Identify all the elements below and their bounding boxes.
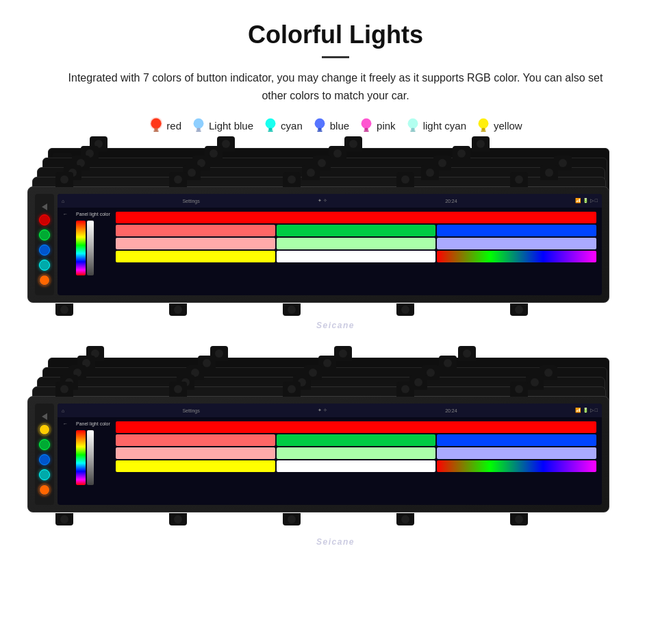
watermark-bottom: Seicane <box>316 537 355 547</box>
color-row-4 <box>116 251 596 262</box>
b-color-cell-blue <box>437 434 596 446</box>
screen-topbar-bottom: ⌂ Settings ✦ ✧ 20:24 📶 🔋 ▷ □ <box>58 404 602 417</box>
legend-label-pink: pink <box>377 120 396 132</box>
bracket-l2-5 <box>540 165 558 180</box>
svg-rect-17 <box>410 131 415 132</box>
svg-point-15 <box>407 119 418 129</box>
svg-rect-10 <box>318 128 322 131</box>
lightblue-bulb-icon <box>191 116 206 134</box>
title-divider <box>322 56 349 58</box>
color-cell-lpink <box>116 238 275 249</box>
header-section: Colorful Lights Integrated with 7 colors… <box>27 21 644 104</box>
legend-label-lightcyan: light cyan <box>423 120 466 132</box>
white-spectrum-bottom <box>87 430 94 485</box>
bracket-b-front-1 <box>55 382 73 397</box>
b-color-cell-pink <box>116 434 275 446</box>
screen-b-home-icon: ⌂ <box>62 408 64 413</box>
svg-rect-14 <box>364 131 368 132</box>
ctrl-btn-b-yellow <box>39 424 50 435</box>
svg-point-0 <box>151 119 162 129</box>
devices-area: Seicane <box>27 148 644 556</box>
svg-rect-7 <box>268 128 273 131</box>
screen-status-icons: 📶 🔋 ▷ □ <box>575 198 598 203</box>
legend-label-red: red <box>166 120 181 132</box>
legend-item-yellow: yellow <box>476 116 522 134</box>
bottom-device-group: Seicane <box>27 358 644 556</box>
screen-b-time: 20:24 <box>445 408 457 413</box>
white-spectrum <box>87 221 94 275</box>
color-legend-row: red Light blue cyan <box>27 116 644 134</box>
yellow-bulb-icon <box>476 116 491 134</box>
svg-point-18 <box>479 119 489 129</box>
bracket-front-4 <box>396 172 414 187</box>
color-row-3 <box>116 238 596 249</box>
bracket-bottom-front-3 <box>283 304 301 316</box>
back-arrow-bottom: ← <box>63 421 68 426</box>
bracket-b-l2-5 <box>526 375 544 390</box>
ctrl-arrow-bottom-left <box>42 413 47 420</box>
control-column-bottom-left <box>35 404 54 505</box>
b-color-row-4 <box>116 460 596 472</box>
bracket-b-front-3 <box>283 382 301 397</box>
description-text: Integrated with 7 colors of button indic… <box>55 69 616 104</box>
svg-point-9 <box>314 119 325 129</box>
bracket-bottom-front-2 <box>169 304 187 316</box>
bracket-b-bottom-front-4 <box>396 513 414 525</box>
page-title: Colorful Lights <box>27 21 644 49</box>
svg-rect-2 <box>154 131 159 132</box>
bracket-front-1 <box>55 172 73 187</box>
brackets-top-front <box>55 172 528 187</box>
legend-item-cyan: cyan <box>263 116 303 134</box>
screen-b-right-panel <box>116 421 596 472</box>
ctrl-btn-green <box>39 230 50 240</box>
panel-title-bottom: Panel light color <box>76 421 110 426</box>
ctrl-btn-blue <box>39 245 50 256</box>
bracket-l5-4 <box>472 136 490 151</box>
back-arrow-top: ← <box>63 212 68 216</box>
pink-bulb-icon <box>359 116 374 134</box>
screen-time: 20:24 <box>445 199 457 203</box>
bracket-front-3 <box>283 172 301 187</box>
svg-rect-19 <box>481 128 485 131</box>
ctrl-btn-red <box>39 214 50 225</box>
rainbow-spectrum <box>76 221 86 275</box>
bracket-b-bottom-front-3 <box>283 513 301 525</box>
screen-right-panel <box>116 212 596 262</box>
legend-label-lightblue: Light blue <box>209 120 253 132</box>
svg-rect-13 <box>364 128 368 131</box>
color-row-2 <box>116 225 596 236</box>
ctrl-arrow-left <box>42 203 47 210</box>
legend-item-pink: pink <box>359 116 396 134</box>
color-cell-lgreen <box>277 238 436 249</box>
screen-b-status-icons: 📶 🔋 ▷ □ <box>575 408 598 413</box>
b-color-cell-yellow <box>116 460 275 472</box>
page-container: Colorful Lights Integrated with 7 colors… <box>0 0 671 570</box>
b-color-cell-lblue <box>437 447 596 459</box>
ctrl-btn-b-cyan <box>39 469 50 480</box>
svg-point-6 <box>266 119 276 129</box>
svg-rect-4 <box>197 128 201 131</box>
legend-label-yellow: yellow <box>494 120 522 132</box>
screen-b-title: Settings <box>182 408 199 413</box>
color-row-1 <box>116 212 596 223</box>
svg-rect-20 <box>481 131 485 132</box>
bracket-b-front-4 <box>396 382 414 397</box>
b-color-cell-lgreen <box>277 447 436 459</box>
bracket-front-5 <box>510 172 528 187</box>
panel-title-top: Panel light color <box>76 212 110 216</box>
rainbow-spectrum-bottom <box>76 430 86 485</box>
screen-b-settings-icons: ✦ ✧ <box>318 408 327 413</box>
color-cell-white <box>277 251 436 262</box>
cyan-bulb-icon <box>263 116 278 134</box>
b-color-cell-green <box>277 434 436 446</box>
screen-area-bottom: ⌂ Settings ✦ ✧ 20:24 📶 🔋 ▷ □ ← Panel lig… <box>58 404 602 505</box>
svg-rect-5 <box>196 131 201 132</box>
spectrum-bars-bottom <box>76 430 110 485</box>
b-color-cell-red-full <box>116 421 596 433</box>
brackets-bottom-front <box>55 304 528 316</box>
ctrl-btn-b-blue <box>39 454 50 465</box>
blue-bulb-icon <box>312 116 327 134</box>
spectrum-bars-top <box>76 221 110 275</box>
legend-item-lightcyan: light cyan <box>405 116 466 134</box>
svg-rect-11 <box>317 131 322 132</box>
